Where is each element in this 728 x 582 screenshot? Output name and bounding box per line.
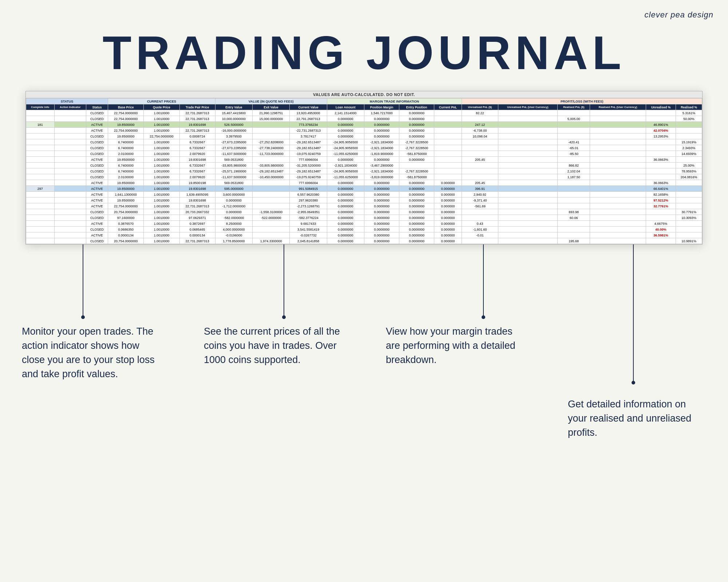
table-cell: 0.0000000 [364,128,399,133]
table-cell: 0.0000000 [327,157,364,163]
table-cell [590,198,646,203]
table-cell: 595.0000000 [215,186,252,192]
table-cell: 1.0010000 [144,110,179,116]
table-cell: -11,723.0000000 [253,151,290,157]
table-cell [253,203,290,209]
annotations-container: Monitor your open trades. The action ind… [22,244,706,434]
table-cell [558,133,590,139]
table-cell [498,238,558,244]
table-cell [434,139,462,145]
annotation-center-text: See the current prices of all the coins … [204,324,342,367]
col-complete: Complete Info [26,104,55,110]
col-unreal-usd: Unrealised PnL ($) [462,104,498,110]
table-cell [26,174,55,180]
table-cell [434,116,462,122]
annotation-left-text: Monitor your open trades. The action ind… [22,324,160,382]
table-cell [54,221,86,227]
table-cell: 0.0000000 [399,186,434,192]
table-cell [590,174,646,180]
table-cell [676,192,702,198]
table-cell: 19.8500000 [108,122,144,128]
table-cell: 0.0000000 [364,203,399,209]
col-real-usd: Realised PnL ($) [558,104,590,110]
table-cell [646,110,676,116]
table-cell: 82.1658% [646,192,676,198]
table-cell [54,238,86,244]
table-cell [590,227,646,232]
table-cell: 0.0000000 [364,180,399,186]
table-cell [434,174,462,180]
table-cell [590,192,646,198]
table-cell [590,122,646,128]
table-cell: 15.1919% [676,139,702,145]
table-cell [558,192,590,198]
table-cell [676,157,702,163]
table-cell: 3.3979500 [215,133,252,139]
table-cell: 0.0000000 [327,221,364,227]
table-cell: 36.0663% [646,180,676,186]
col-indicator: Action Indicator [54,104,86,110]
table-cell: 46.8901% [646,122,676,128]
table-cell [26,116,55,122]
table-cell: CLOSED [86,227,108,232]
table-cell [498,232,558,238]
table-cell [498,221,558,227]
table-cell: 0.0000000 [399,198,434,203]
table-cell: 1.0010000 [144,163,179,168]
col-unreal-pct: Unrealised % [646,104,676,110]
table-cell: 526.5000000 [215,122,252,128]
table-cell [26,238,55,244]
table-cell: 0.0000000 [327,232,364,238]
table-cell: 36.5981% [646,232,676,238]
table-cell: -3,467.2900000 [364,163,399,168]
annotation-right-top-text: View how your margin trades are performi… [386,324,524,367]
table-cell: CLOSED [86,168,108,174]
table-cell [434,133,462,139]
table-cell: -9,371.40 [462,198,498,203]
table-cell: 0.000000 [434,180,462,186]
table-cell [558,110,590,116]
table-cell: -522.0000000 [253,215,290,221]
table-cell: 0.0000000 [327,116,364,122]
table-cell: 82.22 [462,110,498,116]
table-cell [498,139,558,145]
table-cell: 15,000.0000000 [253,116,290,122]
col-entry: Entry Value [215,104,252,110]
table-cell [434,122,462,128]
table-cell [26,151,55,157]
table-cell [54,232,86,238]
table-cell [54,227,86,232]
table-cell: 1.0010000 [144,145,179,151]
page-title: TRADING JOURNAL [0,0,728,91]
table-cell [253,198,290,203]
table-cell: -27,673.2285000 [215,145,252,151]
table-cell: 0.0000000 [364,221,399,227]
table-cell: 0.0000000 [364,215,399,221]
table-cell: 0.0000000 [399,157,434,163]
table-cell: 0.0000000 [364,198,399,203]
table-cell: 205.45 [462,180,498,186]
table-cell [498,192,558,198]
table-cell: 0.0000000 [327,180,364,186]
table-cell: ACTIVE [86,128,108,133]
table-cell: 10.3093% [676,215,702,221]
table-cell: 0.3872697 [179,221,215,227]
table-cell: 14.6939% [676,151,702,157]
table-cell: 19.8500000 [108,180,144,186]
table-cell [590,168,646,174]
table-cell: 0.0000000 [399,209,434,215]
table-cell: -29,182.6513487 [253,168,290,174]
table-cell: 0.0000000 [364,227,399,232]
table-cell: -0.0267732 [290,232,327,238]
table-cell: 0.0000000 [364,238,399,244]
table-cell: 2.0079920 [179,151,215,157]
table-cell: 10,000.0000000 [215,116,252,122]
table-cell: 0.0000134 [108,232,144,238]
table-cell: 20,754.0000000 [108,238,144,244]
table-cell [54,157,86,163]
table-cell: CLOSED [86,110,108,116]
header-value: VALUE (IN QUOTE NO FEES) [215,99,327,104]
table-cell: 0.0000000 [399,116,434,122]
table-cell: 204.0816% [676,174,702,180]
table-cell: 15,467.4415800 [215,110,252,116]
